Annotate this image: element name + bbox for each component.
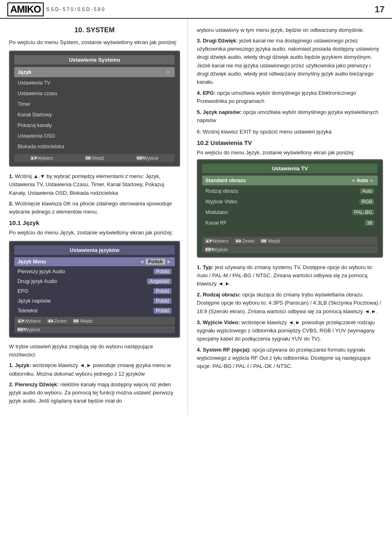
lang-row-subtitles[interactable]: Język napisów Polski: [14, 296, 175, 305]
tv-footer-nav: ▲▼ Wybierz: [205, 238, 229, 243]
section-title: 10. SYSTEM: [9, 26, 180, 34]
model-text: SSD-570/SSD-580: [46, 7, 106, 12]
footer-ok: OK Wejdź: [85, 156, 104, 160]
tv-row-modulator[interactable]: Modulator PAL-BG: [202, 207, 378, 217]
left-column: 10. SYSTEM Po wejściu do menu System, zo…: [0, 19, 188, 416]
lang-screen-exit: EXIT Wyjście: [14, 326, 175, 333]
system-screen-footer: ▲▼ Wybierz OK Wejdź EXIT Wyjście: [14, 154, 175, 162]
left-intro: Po wejściu do menu System, zostanie wyśw…: [9, 38, 180, 47]
tv-row-kanal-rf-value: 38: [365, 220, 374, 226]
nav-icon-lang: ▲▼: [18, 319, 23, 323]
tv-footer-exit: EXIT Wyjście: [205, 247, 228, 252]
step-1: 1. Wciśnij ▲,▼ by wybrać pomiędzy elemen…: [9, 172, 180, 197]
lang-item-2: 2. Pierwszy Dźwięk: niektóre kanały mają…: [9, 381, 180, 405]
tv-item-3: 3. Wyjście Video: wciśnięcie klawiszy ◄,…: [197, 318, 383, 343]
system-menu-item-7[interactable]: Ustawienia OSD: [14, 131, 175, 141]
right-item-6: 6. Wciśnij klawisz EXIT by opuścić menu …: [197, 128, 383, 136]
tv-row-kanal-rf[interactable]: Kanał RF 38: [202, 218, 378, 228]
lang-items-list: 1. Język: wciśnięcie klawiszy ◄,► powodu…: [9, 361, 180, 405]
lang-footer-exit: EXIT Wyjście: [18, 327, 40, 332]
lang-row-epg-label: EPG: [18, 288, 28, 294]
lang-row-audio2-label: Drugi język Audio: [18, 278, 57, 284]
system-menu-item-6[interactable]: Pokazuj kanały: [14, 120, 175, 130]
tv-row-standard-label: Standard obrazu: [205, 178, 246, 183]
system-menu-item-5[interactable]: Kanał Startowy: [14, 110, 175, 120]
lang-row-epg-value: Polski: [154, 288, 172, 294]
tv-section-title: 10.2 Ustawienia TV: [197, 139, 383, 146]
lang-row-audio1[interactable]: Pierwszy język Audio Polski: [14, 267, 175, 276]
tv-row-standard[interactable]: Standard obrazu ◄ Auto ►: [202, 176, 378, 185]
tv-item-1: 1. Typ: jest używany do zmiany systemu T…: [197, 263, 383, 288]
lang-row-audio2-value: Angielski: [147, 278, 172, 284]
tv-row-standard-value: Auto: [356, 178, 368, 183]
tv-row-wyjscie[interactable]: Wyjście Video RGB: [202, 197, 378, 207]
lang-row-audio1-value: Polski: [154, 269, 172, 274]
tv-footer-ok: OK Wejdź: [261, 238, 280, 243]
brand-logo: AMIKO: [7, 2, 44, 16]
system-menu-item-8[interactable]: Blokada rodzicielska: [14, 142, 175, 151]
right-item-5: 5. Język napisów: opcja umożliwia wybór …: [197, 108, 383, 125]
lang-row-audio2[interactable]: Drugi język Audio Angielski: [14, 277, 175, 286]
system-menu-item-1[interactable]: Język ⊙: [14, 67, 175, 77]
right-item-4: 4. EPG: opcja umożliwia wybór domyślnego…: [197, 89, 383, 105]
tv-row-modulator-label: Modulator: [205, 209, 228, 215]
system-steps: 1. Wciśnij ▲,▼ by wybrać pomiędzy elemen…: [9, 172, 180, 216]
tv-row-wyjscie-label: Wyjście Video: [205, 199, 237, 205]
lang-intro: Po wejściu do menu Język, zostanie wyświ…: [9, 229, 180, 237]
main-content: 10. SYSTEM Po wejściu do menu System, zo…: [0, 19, 392, 416]
lang-screen-title: Ustawienia języków: [14, 245, 175, 255]
tv-screen-exit: EXIT Wyjście: [202, 246, 378, 253]
tv-row-rodzaj[interactable]: Rodzaj obrazu Auto: [202, 186, 378, 196]
nav-icon: ▲▼: [31, 156, 36, 160]
ok-icon-lang: OK: [73, 319, 79, 323]
right-items-list: 3. Drugi Dźwięk: jeżeli kanał nie ma dos…: [197, 37, 383, 136]
tv-row-wyjscie-value: RGB: [359, 199, 374, 205]
page-header: AMIKO SSD-570/SSD-580 17: [0, 0, 392, 19]
lang-row-audio1-label: Pierwszy język Audio: [18, 269, 65, 274]
system-menu-item-3[interactable]: Ustawienia czasu: [14, 89, 175, 98]
exit-icon-tv: EXIT: [205, 247, 211, 252]
right-column: wyboru ustawiony w tym menu język, będzi…: [188, 19, 392, 416]
tv-screen-title: Ustawienia TV: [202, 164, 378, 173]
tv-intro: Po wejściu do menu Język, zostanie wyświ…: [197, 149, 383, 157]
tv-row-modulator-value: PAL-BG: [352, 209, 374, 215]
tv-row-rodzaj-value: Auto: [360, 188, 374, 194]
change-icon-tv: ◄►: [235, 239, 241, 243]
lang-footer-nav: ▲▼ Wybierz: [18, 318, 41, 323]
ok-icon: OK: [85, 156, 91, 160]
system-menu-item-4[interactable]: Timer: [14, 99, 175, 109]
tv-item-2: 2. Rodzaj obrazu: opcja służąca do zmian…: [197, 291, 383, 315]
right-body-1: wyboru ustawiony w tym menu język, będzi…: [197, 26, 383, 34]
lang-row-teletext-label: Teletekst: [18, 308, 38, 314]
lang-section-title: 10.1 Język: [9, 219, 180, 226]
lang-row-menu-value: Polish: [146, 259, 165, 265]
tv-footer-change: ◄► Zmień: [235, 238, 255, 243]
tv-screen: Ustawienia TV Standard obrazu ◄ Auto ► R…: [197, 159, 383, 258]
exit-icon: EXIT: [137, 156, 143, 160]
tv-arrow-right: ►: [370, 178, 374, 183]
lang-footer-ok: OK Wejdź: [73, 318, 92, 323]
right-item-3: 3. Drugi Dźwięk: jeżeli kanał nie ma dos…: [197, 37, 383, 86]
lang-row-teletext-value: Polski: [154, 308, 172, 314]
tv-row-rodzaj-label: Rodzaj obrazu: [205, 188, 238, 194]
system-item-arrow-1: ⊙: [165, 69, 170, 75]
lang-row-epg[interactable]: EPG Polski: [14, 287, 175, 296]
step-2: 2. Wciśnięcie klawisza OK na pilocie zda…: [9, 200, 180, 216]
lang-row-subtitles-value: Polski: [154, 298, 172, 304]
system-item-label-1: Język: [18, 69, 31, 75]
lang-row-menu-label: Język Menu: [18, 259, 46, 265]
lang-screen: Ustawienia języków Język Menu ◄ Polish ►…: [9, 241, 180, 338]
lang-row-menu[interactable]: Język Menu ◄ Polish ►: [14, 257, 175, 266]
page-number: 17: [375, 4, 385, 15]
tv-arrow-left: ◄: [350, 178, 355, 183]
lang-row-teletext[interactable]: Teletekst Polski: [14, 306, 175, 315]
exit-icon-lang: EXIT: [18, 327, 23, 332]
lang-arrow-left: ◄: [139, 259, 144, 265]
tv-screen-footer: ▲▼ Wybierz ◄► Zmień OK Wejdź: [202, 237, 378, 245]
lang-arrow-right: ►: [167, 259, 172, 265]
system-menu-item-2[interactable]: Ustawienia TV: [14, 78, 175, 88]
tv-items-list: 1. Typ: jest używany do zmiany systemu T…: [197, 263, 383, 371]
system-screen-title: Ustawienia Systemu: [14, 55, 175, 65]
nav-icon-tv: ▲▼: [205, 239, 211, 243]
lang-item-1: 1. Język: wciśnięcie klawiszy ◄,► powodu…: [9, 361, 180, 378]
